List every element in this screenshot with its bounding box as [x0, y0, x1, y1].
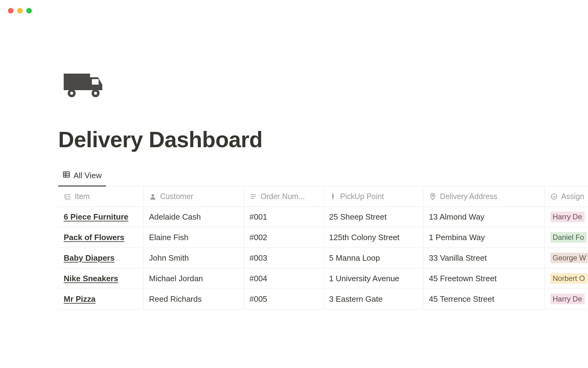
maximize-window-button[interactable] [26, 8, 32, 13]
cell-customer: John Smith [143, 248, 244, 268]
svg-point-3 [70, 92, 73, 95]
column-header-label: Order Num... [261, 192, 305, 201]
column-header-label: Item [75, 192, 90, 201]
assigned-badge: Harry De [550, 294, 585, 304]
cell-delivery_address: 13 Almond Way [423, 207, 545, 227]
cell-assigned: Norbert O [545, 268, 588, 289]
cell-delivery_address: 45 Freetown Street [423, 268, 545, 289]
data-table: ItemCustomerOrder Num...PickUp PointDeli… [58, 186, 588, 309]
page-content: Delivery Dashboard All View ItemCustomer… [58, 71, 588, 309]
assigned-badge: George W [550, 253, 588, 263]
assigned-badge: Norbert O [550, 273, 587, 284]
pin-icon [329, 193, 337, 200]
svg-point-19 [551, 194, 557, 199]
table-row[interactable]: Baby DiapersJohn Smith#0035 Manna Loop33… [58, 248, 588, 268]
cell-item[interactable]: 6 Piece Furniture [58, 207, 143, 227]
cell-delivery_address: 1 Pembina Way [423, 227, 545, 248]
cell-assigned: George W [545, 248, 588, 268]
truck-icon [58, 71, 588, 127]
table-row[interactable]: Pack of FlowersElaine Fish#002125th Colo… [58, 227, 588, 248]
assigned-badge: Daniel Fo [550, 232, 587, 243]
cell-order_number: #004 [244, 268, 323, 289]
table-view-icon [62, 171, 70, 181]
cell-item[interactable]: Baby Diapers [58, 248, 143, 268]
select-icon [550, 193, 558, 200]
column-header-item[interactable]: Item [58, 186, 143, 207]
close-window-button[interactable] [8, 8, 13, 13]
minimize-window-button[interactable] [17, 8, 23, 13]
cell-item[interactable]: Mr Pizza [58, 289, 143, 309]
cell-customer: Michael Jordan [143, 268, 244, 289]
column-header-pickup_point[interactable]: PickUp Point [323, 186, 423, 207]
cell-item[interactable]: Nike Sneakers [58, 268, 143, 289]
cell-pickup_point: 125th Colony Street [323, 227, 423, 248]
svg-point-18 [432, 195, 433, 196]
column-header-customer[interactable]: Customer [143, 186, 244, 207]
cell-delivery_address: 33 Vanilla Street [423, 248, 545, 268]
svg-point-13 [152, 194, 154, 197]
cell-delivery_address: 45 Terrence Street [423, 289, 545, 309]
cell-order_number: #005 [244, 289, 323, 309]
cell-order_number: #003 [244, 248, 323, 268]
column-header-label: PickUp Point [340, 192, 384, 201]
column-header-order_number[interactable]: Order Num... [244, 186, 323, 207]
cell-pickup_point: 5 Manna Loop [323, 248, 423, 268]
table-row[interactable]: Nike SneakersMichael Jordan#0041 Univers… [58, 268, 588, 289]
view-tabs: All View [58, 167, 588, 186]
person-icon [149, 193, 156, 200]
cell-item[interactable]: Pack of Flowers [58, 227, 143, 248]
column-header-label: Customer [160, 192, 193, 201]
cell-assigned: Daniel Fo [545, 227, 588, 248]
svg-rect-1 [92, 79, 99, 85]
cell-pickup_point: 3 Eastern Gate [323, 289, 423, 309]
cell-customer: Adelaide Cash [143, 207, 244, 227]
column-header-label: Assign [561, 192, 584, 201]
table-row[interactable]: 6 Piece FurnitureAdelaide Cash#00125 She… [58, 207, 588, 227]
column-header-assigned[interactable]: Assign [545, 186, 588, 207]
svg-rect-0 [64, 74, 90, 90]
svg-point-5 [94, 92, 97, 95]
table-row[interactable]: Mr PizzaReed Richards#0053 Eastern Gate4… [58, 289, 588, 309]
location-icon [429, 193, 436, 200]
cell-assigned: Harry De [545, 207, 588, 227]
cell-customer: Elaine Fish [143, 227, 244, 248]
column-header-label: Delivery Address [440, 192, 498, 201]
assigned-badge: Harry De [550, 212, 585, 222]
svg-rect-6 [63, 172, 70, 177]
page-title: Delivery Dashboard [58, 127, 588, 152]
cell-order_number: #002 [244, 227, 323, 248]
cell-customer: Reed Richards [143, 289, 244, 309]
cell-pickup_point: 25 Sheep Street [323, 207, 423, 227]
view-tab-all[interactable]: All View [58, 167, 106, 186]
cell-order_number: #001 [244, 207, 323, 227]
cell-assigned: Harry De [545, 289, 588, 309]
table-header-row: ItemCustomerOrder Num...PickUp PointDeli… [58, 186, 588, 207]
view-tab-label: All View [74, 171, 102, 180]
window-controls [8, 8, 32, 13]
cell-pickup_point: 1 University Avenue [323, 268, 423, 289]
column-header-delivery_address[interactable]: Delivery Address [423, 186, 545, 207]
lines-icon [250, 193, 257, 200]
checklist-icon [64, 193, 71, 200]
